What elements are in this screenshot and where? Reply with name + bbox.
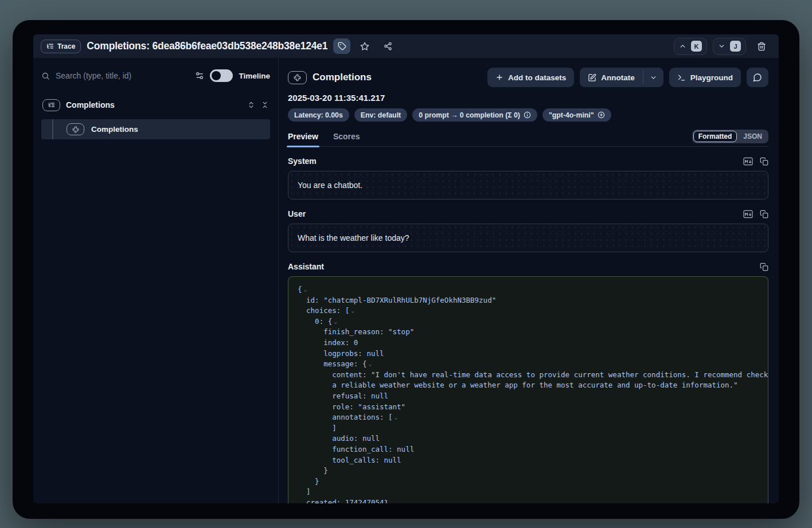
generation-icon — [67, 123, 84, 135]
system-label: System — [288, 157, 317, 166]
collapse-chevron-icon[interactable]: ⌄ — [304, 286, 307, 292]
share-icon — [384, 42, 392, 50]
user-message-section: User What is the weather like today? — [288, 209, 768, 252]
star-button[interactable] — [356, 38, 373, 54]
json-line: } — [298, 466, 759, 476]
collapse-chevron-icon[interactable]: ⌄ — [368, 361, 372, 367]
badge-label: Env: default — [361, 111, 401, 119]
trace-type-badge: Trace — [41, 40, 81, 53]
json-line: content: "I don't have real-time data ac… — [298, 370, 759, 381]
timeline-toggle[interactable] — [210, 69, 233, 82]
json-line: created: 1742470541 — [298, 498, 759, 503]
json-line: {⌄ — [298, 284, 759, 295]
copy-icon[interactable] — [760, 210, 768, 218]
copy-icon[interactable] — [760, 263, 768, 271]
tag-icon — [338, 42, 346, 50]
user-section-header: User — [288, 209, 768, 218]
annotate-dropdown-button[interactable] — [643, 68, 663, 87]
plus-icon — [495, 73, 503, 81]
json-line: logprobs: null — [298, 349, 759, 359]
annotate-button[interactable]: Annotate — [580, 68, 643, 87]
search-input[interactable] — [56, 71, 189, 80]
trace-sidebar: Timeline Completions — [33, 58, 279, 503]
json-line: id: "chatcmpl-BD7XRulRhULb7NjGfeOkhN3BB9… — [298, 295, 759, 306]
list-tree-icon — [46, 42, 54, 50]
collapse-chevron-icon[interactable]: ⌄ — [334, 318, 337, 324]
badge-label: 0 prompt → 0 completion (Σ 0) — [419, 111, 520, 119]
info-icon[interactable] — [524, 111, 531, 119]
json-line: 0: {⌄ — [298, 316, 759, 327]
chevron-up-icon — [679, 42, 686, 50]
plus-circle-icon[interactable] — [598, 111, 605, 119]
chat-bubble-icon — [753, 73, 762, 82]
assistant-label: Assistant — [288, 262, 324, 271]
playground-label: Playground — [690, 73, 733, 82]
filter-sliders-icon[interactable] — [195, 71, 204, 80]
trace-badge-label: Trace — [57, 42, 75, 50]
timeline-toggle-label: Timeline — [239, 72, 270, 80]
next-observation-button[interactable]: J — [713, 38, 746, 55]
metadata-badge: 0 prompt → 0 completion (Σ 0) — [412, 108, 537, 122]
json-line: finish_reason: "stop" — [298, 327, 759, 338]
trace-tree-icon — [42, 99, 60, 111]
user-label: User — [288, 209, 306, 218]
comments-button[interactable] — [747, 68, 768, 87]
app-window: Trace Completions: 6dea86b6feae03db538e2… — [33, 34, 779, 503]
format-chip-formatted[interactable]: Formatted — [693, 131, 737, 142]
json-line: audio: null — [298, 433, 759, 444]
annotate-split-button: Annotate — [580, 68, 663, 87]
generation-icon — [288, 71, 307, 84]
json-line: index: 0 — [298, 338, 759, 349]
json-line: role: "assistant" — [298, 402, 759, 413]
window-frame: Trace Completions: 6dea86b6feae03db538e2… — [13, 20, 799, 519]
sidebar-item-trace-root[interactable]: Completions — [41, 96, 270, 114]
delete-trace-button[interactable] — [752, 38, 771, 54]
tabs: PreviewScores — [288, 132, 375, 146]
json-line: ] — [298, 423, 759, 434]
share-button[interactable] — [379, 38, 396, 54]
tab-scores[interactable]: Scores — [333, 132, 360, 146]
user-message-content: What is the weather like today? — [288, 224, 768, 252]
json-line: choices: [⌄ — [298, 306, 759, 316]
playground-button[interactable]: Playground — [669, 68, 741, 87]
trace-root-label: Completions — [66, 100, 115, 109]
edit-icon — [588, 73, 596, 82]
copy-icon[interactable] — [760, 157, 768, 166]
system-message-section: System You are a chatbot. — [288, 157, 768, 200]
tab-preview[interactable]: Preview — [288, 132, 318, 146]
metadata-badge: "gpt-4o-mini" — [542, 108, 611, 122]
tag-button[interactable] — [333, 38, 350, 54]
badge-label: Latency: 0.00s — [294, 111, 343, 119]
format-toggle-group: FormattedJSON — [692, 130, 768, 143]
json-line: tool_calls: null — [298, 455, 759, 466]
add-to-datasets-label: Add to datasets — [508, 73, 566, 82]
sidebar-item-generation[interactable]: Completions — [41, 119, 270, 139]
json-line: a reliable weather website or a weather … — [298, 380, 759, 391]
json-line: message: {⌄ — [298, 359, 759, 370]
assistant-json-viewer[interactable]: {⌄ id: "chatcmpl-BD7XRulRhULb7NjGfeOkhN3… — [288, 276, 768, 503]
json-line: refusal: null — [298, 391, 759, 402]
trace-title: Completions: 6dea86b6feae03db538e248b38e… — [87, 40, 327, 52]
markdown-toggle-icon[interactable] — [743, 210, 753, 218]
metadata-badge: Env: default — [354, 108, 407, 122]
assistant-message-section: Assistant {⌄ id: "chatcmpl-BD7XRulRhULb7… — [288, 262, 768, 503]
markdown-toggle-icon[interactable] — [743, 157, 753, 166]
prev-observation-button[interactable]: K — [674, 38, 707, 55]
star-icon — [360, 42, 369, 51]
json-line: annotations: [⌄ — [298, 412, 759, 423]
format-chip-json[interactable]: JSON — [738, 131, 767, 142]
chevron-down-icon — [650, 74, 657, 81]
json-line: ] — [298, 487, 759, 498]
badge-label: "gpt-4o-mini" — [549, 111, 594, 119]
search-icon — [41, 72, 50, 80]
collapse-chevron-icon[interactable]: ⌄ — [351, 307, 354, 314]
toggle-knob — [212, 71, 221, 80]
expand-all-icon[interactable] — [247, 101, 255, 109]
collapse-all-icon[interactable] — [261, 101, 269, 109]
json-line: function_call: null — [298, 444, 759, 455]
collapse-chevron-icon[interactable]: ⌄ — [395, 414, 398, 420]
add-to-datasets-button[interactable]: Add to datasets — [487, 68, 574, 87]
json-line: } — [298, 476, 759, 487]
shortcut-key-j: J — [730, 41, 741, 52]
observation-title: Completions — [313, 72, 372, 83]
